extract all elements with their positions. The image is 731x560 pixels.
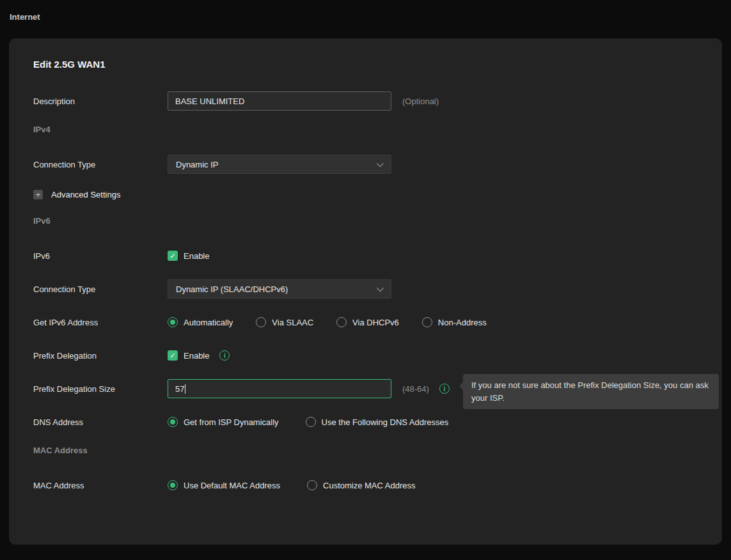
page-title: Internet [0, 0, 731, 22]
mac-address-row: MAC Address Use Default MAC Address Cust… [33, 476, 707, 495]
prefix-delegation-size-tooltip: If you are not sure about the Prefix Del… [463, 374, 719, 409]
prefix-delegation-size-range-hint: (48-64) [402, 384, 429, 394]
get-ipv6-address-label: Get IPv6 Address [33, 318, 168, 327]
ipv4-connection-type-label: Connection Type [33, 160, 168, 169]
radio-unselected-icon [256, 317, 266, 327]
mac-address-label: MAC Address [33, 481, 168, 490]
tooltip-text: If you are not sure about the Prefix Del… [471, 380, 709, 403]
ipv6-enable-row: IPv6 Enable [33, 246, 707, 265]
prefix-delegation-size-label: Prefix Delegation Size [33, 384, 168, 394]
ipv6-connection-type-value: Dynamic IP (SLAAC/DHCPv6) [176, 284, 288, 294]
get-ipv6-address-radio-group: Automatically Via SLAAC Via DHCPv6 Non-A… [168, 317, 487, 327]
description-label: Description [33, 97, 168, 106]
prefix-delegation-row: Prefix Delegation Enable [33, 346, 707, 365]
radio-automatically[interactable]: Automatically [168, 317, 233, 327]
radio-via-dhcpv6[interactable]: Via DHCPv6 [336, 317, 399, 327]
dns-address-radio-group: Get from ISP Dynamically Use the Followi… [168, 417, 448, 427]
chevron-down-icon [377, 160, 384, 167]
prefix-delegation-size-input[interactable]: 57 [168, 379, 391, 398]
description-optional-hint: (Optional) [402, 97, 439, 106]
ipv4-connection-type-value: Dynamic IP [176, 160, 218, 169]
ipv4-section-header: IPv4 [33, 125, 707, 134]
mac-address-section-header: MAC Address [33, 446, 707, 455]
prefix-delegation-label: Prefix Delegation [33, 351, 168, 361]
radio-selected-icon [168, 480, 178, 490]
edit-wan-panel: Edit 2.5G WAN1 Description (Optional) IP… [9, 38, 722, 545]
radio-selected-icon [168, 317, 178, 327]
checkbox-checked-icon [168, 251, 178, 261]
chevron-down-icon [377, 284, 384, 292]
radio-unselected-icon [336, 317, 347, 327]
ipv6-enable-checkbox[interactable]: Enable [168, 251, 209, 261]
radio-via-slaac[interactable]: Via SLAAC [256, 317, 313, 327]
radio-non-address[interactable]: Non-Address [422, 317, 487, 327]
ipv6-enable-checkbox-label: Enable [184, 251, 209, 261]
ipv6-connection-type-row: Connection Type Dynamic IP (SLAAC/DHCPv6… [33, 279, 707, 299]
advanced-settings-toggle[interactable]: Advanced Settings [33, 188, 707, 201]
radio-unselected-icon [307, 480, 317, 490]
checkbox-checked-icon [168, 350, 178, 361]
advanced-settings-label: Advanced Settings [51, 190, 120, 199]
ipv4-connection-type-row: Connection Type Dynamic IP [33, 155, 707, 174]
dns-address-row: DNS Address Get from ISP Dynamically Use… [33, 412, 707, 432]
prefix-delegation-checkbox[interactable]: Enable [168, 350, 209, 361]
description-input[interactable] [168, 91, 391, 111]
info-icon[interactable] [439, 384, 450, 394]
plus-icon [33, 190, 43, 199]
ipv6-connection-type-select[interactable]: Dynamic IP (SLAAC/DHCPv6) [168, 279, 391, 299]
prefix-delegation-checkbox-label: Enable [184, 351, 209, 361]
tooltip-arrow-icon [459, 382, 463, 390]
text-cursor [185, 384, 185, 394]
get-ipv6-address-row: Get IPv6 Address Automatically Via SLAAC… [33, 313, 707, 332]
ipv6-section-header: IPv6 [33, 216, 707, 226]
radio-unselected-icon [422, 317, 432, 327]
prefix-delegation-size-value: 57 [175, 384, 184, 394]
ipv4-connection-type-select[interactable]: Dynamic IP [168, 155, 391, 174]
ipv6-enable-label: IPv6 [33, 251, 168, 261]
info-icon[interactable] [219, 350, 230, 361]
radio-dns-manual[interactable]: Use the Following DNS Addresses [306, 417, 449, 427]
radio-customize-mac[interactable]: Customize MAC Address [307, 480, 416, 490]
radio-selected-icon [168, 417, 178, 427]
radio-default-mac[interactable]: Use Default MAC Address [168, 480, 280, 490]
panel-title: Edit 2.5G WAN1 [33, 59, 707, 70]
description-row: Description (Optional) [33, 91, 707, 111]
ipv6-connection-type-label: Connection Type [33, 284, 168, 294]
radio-unselected-icon [306, 417, 316, 427]
dns-address-label: DNS Address [33, 417, 168, 427]
prefix-delegation-size-row: Prefix Delegation Size 57 (48-64) If you… [33, 379, 707, 398]
radio-dns-dynamic[interactable]: Get from ISP Dynamically [168, 417, 279, 427]
mac-address-radio-group: Use Default MAC Address Customize MAC Ad… [168, 480, 416, 490]
